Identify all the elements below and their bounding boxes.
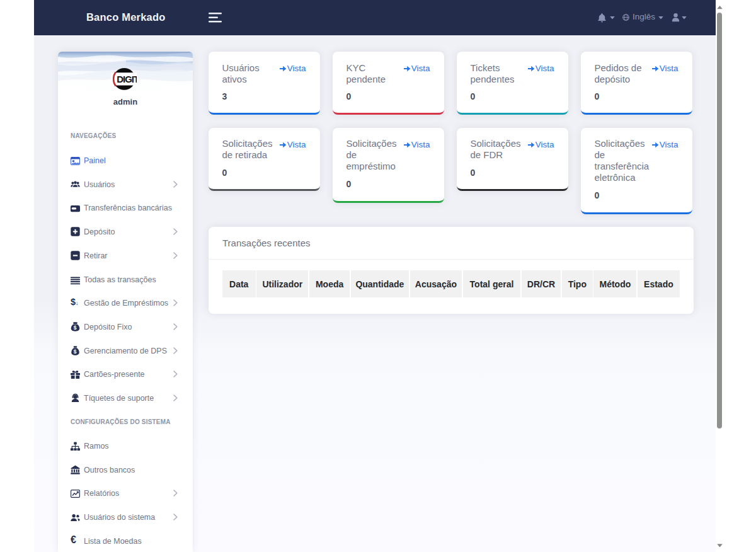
svg-text:$: $ [74, 348, 77, 355]
svg-text:$: $ [74, 325, 77, 331]
svg-text:DIGIT: DIGIT [117, 74, 137, 84]
